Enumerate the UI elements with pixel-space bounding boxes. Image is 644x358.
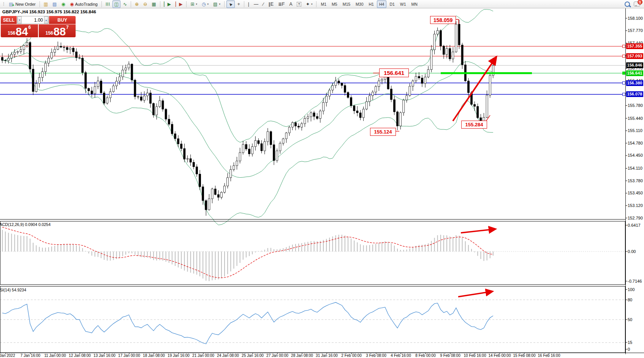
chat-icon[interactable]: 1 xyxy=(634,2,640,6)
fibonacci-icon[interactable]: ≣F xyxy=(276,0,286,8)
sell-button[interactable]: SELL xyxy=(1,16,17,24)
price-tick-label: 154.450 xyxy=(628,153,644,158)
search-icon[interactable] xyxy=(625,2,630,7)
new-order-button[interactable]: ▤+New Order xyxy=(7,0,37,8)
toolbar-right: 1 xyxy=(625,2,643,7)
timeframe-w1[interactable]: W1 xyxy=(398,0,408,8)
time-axis-label: 25 Jan 16:00 xyxy=(239,353,266,358)
volume-decrease-button[interactable]: ▼ xyxy=(17,16,22,24)
cursor-icon[interactable]: ◄ xyxy=(226,0,235,8)
dropdown-arrow-icon: ▾ xyxy=(196,3,198,6)
toolbar-separator xyxy=(316,1,316,7)
time-axis-label: 3 Feb 08:00 xyxy=(363,353,389,358)
chart-shift-icon[interactable]: ▏▶ xyxy=(174,0,184,8)
time-axis-label: 28 Jan 08:00 xyxy=(289,353,315,358)
price-tick-label: 153.120 xyxy=(628,203,644,208)
buy-price[interactable]: 156887 xyxy=(39,24,76,37)
unread-badge: 1 xyxy=(638,0,642,5)
price-badge-156.641: 156.641 xyxy=(626,70,643,76)
periods-icon[interactable]: ◷▾ xyxy=(200,0,210,8)
macd-pane[interactable] xyxy=(0,227,625,281)
dropdown-arrow-icon: ▾ xyxy=(311,3,313,6)
price-tick-label: 155.780 xyxy=(628,103,644,108)
vertical-line-icon[interactable]: | xyxy=(246,0,251,8)
time-axis-label: 24 Jan 08:00 xyxy=(215,353,241,358)
candlestick-chart-icon[interactable]: ◫ xyxy=(112,0,120,8)
zoom-in-icon[interactable]: ⊕ xyxy=(133,0,141,8)
timeframe-m1[interactable]: M1 xyxy=(318,0,329,8)
trendline-icon[interactable]: ∕ xyxy=(261,0,266,8)
time-axis-label: 4 Feb 16:00 xyxy=(388,353,414,358)
market-watch-icon[interactable]: ▥ xyxy=(42,0,50,8)
new-order-button-label: New Order xyxy=(16,2,36,6)
rsi-indicator-label: RSI(14) 54.9234 xyxy=(0,288,26,292)
price-callout-155.124: 155.124 xyxy=(370,128,396,136)
time-axis-label: 7 Jan 16:00 xyxy=(17,353,44,358)
time-axis-label: 14 Feb 00:00 xyxy=(486,353,513,358)
timeframe-h4[interactable]: H4 xyxy=(377,0,386,8)
templates-icon[interactable]: ▧▾ xyxy=(211,0,222,8)
time-axis-label: 11 Jan 00:00 xyxy=(42,353,68,358)
symbol-info: GBPJPY-,H4 156.923 156.975 156.822 156.8… xyxy=(2,10,96,14)
rsi-axis-label: 0 xyxy=(628,347,644,352)
bar-chart-icon[interactable]: ☰ xyxy=(104,0,112,8)
volume-stepper: ▼ ▲ xyxy=(17,16,49,24)
window-grip-icon[interactable]: ⁞ xyxy=(1,0,6,8)
price-tick-label: 154.110 xyxy=(628,166,644,171)
price-callout-158.059: 158.059 xyxy=(430,16,456,24)
arrows-icon[interactable]: ✦▾ xyxy=(304,0,315,8)
toolbar-separator xyxy=(224,1,225,7)
timeframe-h1[interactable]: H1 xyxy=(367,0,376,8)
toolbar-separator xyxy=(160,1,160,7)
auto-scroll-icon[interactable]: ▏▶ xyxy=(162,0,173,8)
data-feed-icon[interactable]: ◉ xyxy=(59,0,67,8)
price-badge-156.078: 156.078 xyxy=(626,91,643,97)
time-axis-label: 2 Feb 00:00 xyxy=(338,353,365,358)
toolbar-separator xyxy=(40,1,40,7)
time-axis-label: 27 Jan 00:00 xyxy=(264,353,291,358)
volume-increase-button[interactable]: ▲ xyxy=(44,16,48,24)
price-tick-label: 153.450 xyxy=(628,191,644,196)
price-callout-155.284: 155.284 xyxy=(461,121,487,129)
timeframe-mn[interactable]: MN xyxy=(409,0,420,8)
price-badge-156.380: 156.380 xyxy=(626,80,643,86)
time-axis-label: 15 Feb 08:00 xyxy=(511,353,538,358)
time-axis-label: 13 Jan 16:00 xyxy=(91,353,118,358)
time-axis-label: 17 Jan 00:00 xyxy=(116,353,142,358)
profiles-icon[interactable]: ▨ xyxy=(51,0,59,8)
price-badge-156.846: 156.846 xyxy=(626,62,643,68)
buy-button[interactable]: BUY xyxy=(49,16,76,24)
tile-windows-icon[interactable]: ▦ xyxy=(150,0,158,8)
timeframe-m5[interactable]: M5 xyxy=(329,0,340,8)
volume-input[interactable] xyxy=(22,16,44,24)
price-tick-label: 153.780 xyxy=(628,178,644,183)
timeframe-m30[interactable]: M30 xyxy=(353,0,366,8)
timeframe-m15[interactable]: M15 xyxy=(340,0,353,8)
time-axis-label: 10 Feb 16:00 xyxy=(462,353,488,358)
time-axis-label: 19 Jan 16:00 xyxy=(165,353,192,358)
price-badge-157.093: 157.093 xyxy=(626,53,643,59)
price-badge-157.355: 157.355 xyxy=(626,43,643,49)
time-axis-label: 18 Jan 08:00 xyxy=(141,353,167,358)
toolbar-separator xyxy=(101,1,102,7)
one-click-trading-panel: SELL ▼ ▲ BUY 156846 156887 xyxy=(1,16,76,37)
new-chart-icon[interactable]: ⊞▾ xyxy=(188,0,199,8)
equidistant-channel-icon[interactable]: ∥E xyxy=(266,0,275,8)
toolbar-separator xyxy=(186,1,187,7)
crosshair-icon[interactable]: + xyxy=(236,0,242,8)
zoom-out-icon[interactable]: ⊖ xyxy=(141,0,149,8)
autotrading-button[interactable]: ◉AutoTrading xyxy=(68,0,100,8)
rsi-pane[interactable] xyxy=(0,300,625,344)
price-tick-label: 154.780 xyxy=(628,141,644,146)
chart-canvas[interactable] xyxy=(0,0,644,358)
text-icon[interactable]: A xyxy=(287,0,294,8)
price-tick-label: 155.440 xyxy=(628,116,644,121)
text-label-icon[interactable]: T xyxy=(295,0,303,8)
timeframe-d1[interactable]: D1 xyxy=(387,0,397,8)
sell-price[interactable]: 156846 xyxy=(1,24,38,37)
horizontal-line-icon[interactable]: — xyxy=(252,0,260,8)
annotations xyxy=(0,8,644,354)
terminal-window: ⁞▤+New Order▥▨◉◉AutoTrading☰◫∿⊕⊖▦▏▶▏▶⊞▾◷… xyxy=(0,0,644,358)
line-chart-icon[interactable]: ∿ xyxy=(121,0,129,8)
price-pane[interactable] xyxy=(0,10,625,225)
